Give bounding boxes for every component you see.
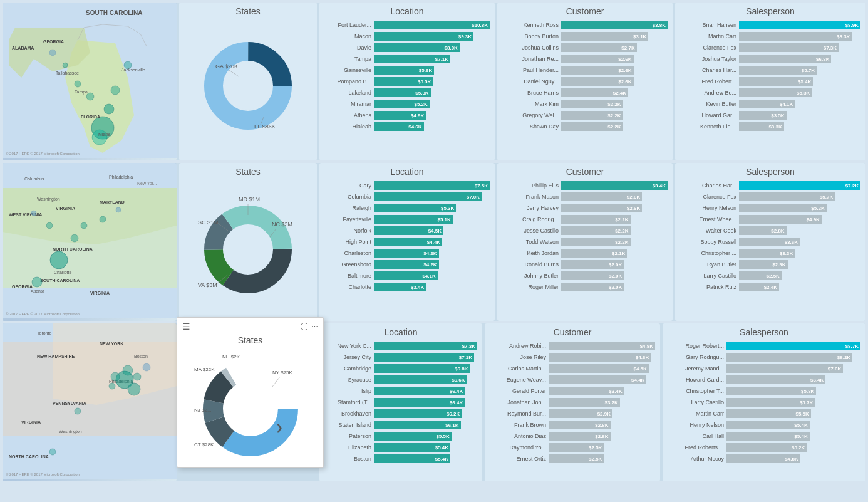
customer-panel-2: Customer Phillip Ellis$3.4KFrank Mason$2… [497,163,673,321]
bar-fill: $2.4K [739,283,779,291]
bar-track: $2.0K [561,271,668,280]
bar-label: Jeremy Mand... [668,365,724,372]
bar-track: $8.9K [739,21,860,29]
bar-track: $5.2K [739,204,860,212]
bar-track: $2.6K [561,66,668,75]
bar-fill: $5.4K [726,421,810,429]
bar-fill: $4.1K [739,100,795,108]
bar-track: $5.6K [374,66,490,75]
bar-fill: $5.2K [726,443,807,452]
svg-text:NH $2K: NH $2K [222,354,240,360]
bar-value: $7.6K [828,366,841,372]
bar-value: $4.2K [423,251,437,256]
bar-track: $7.1K [374,353,477,362]
bar-item: Raymond Yo...$2.5K [490,442,655,452]
bar-value: $6.4K [450,389,463,394]
bar-track: $5.2K [726,443,860,452]
bar-label: Fred Roberts ... [668,444,724,451]
bar-track: $5.4K [374,443,477,452]
bar-label: Athens [324,112,371,118]
bar-label: Christopher T... [668,388,724,394]
svg-text:NORTH CAROLINA: NORTH CAROLINA [9,454,49,459]
bar-track: $5.8K [726,387,860,395]
svg-text:© 2017 HERE © 2017 Microsoft C: © 2017 HERE © 2017 Microsoft Corporation [6,312,80,316]
salesperson-title-3: Salesperson [668,327,860,337]
customer-bar-list-2: Phillip Ellis$3.4KFrank Mason$2.6KJerry … [502,180,668,292]
row-1: SOUTH CAROLINA Jacksonville Tallahass [3,3,865,160]
salesperson-bar-list-3: Roger Robert...$8.7KGary Rodrigu...$8.2K… [668,341,860,464]
svg-text:Toronto: Toronto [37,331,51,335]
bar-track: $4.9K [739,215,860,224]
svg-text:SC $1M: SC $1M [198,219,219,226]
bar-fill: $2.1K [561,249,627,258]
bar-item: Gregory Wel...$2.2K [502,110,668,120]
hamburger-icon[interactable]: ☰ [182,322,190,332]
map-svg-3: Toronto NEW YORK Boston Philadelphia PEN… [3,323,177,479]
svg-text:© 2017 HERE © 2017 Microsoft C: © 2017 HERE © 2017 Microsoft Corporation [6,473,80,476]
bar-track: $2.6K [561,204,668,212]
svg-text:Columbus: Columbus [24,177,44,181]
bar-fill: $2.0K [561,283,624,291]
bar-fill: $8.2K [726,353,852,362]
bar-label: Fayetteville [324,216,371,222]
bar-label: Syracuse [324,377,371,383]
bar-track: $5.5K [726,409,860,418]
location-panel-2: Location Cary$7.5KColumbia$7.0KRaleigh$5… [319,163,495,321]
bar-label: Elizabeth [324,444,371,451]
bar-track: $2.6K [561,192,668,201]
bar-value: $7.1K [459,355,472,360]
more-icon[interactable]: ⋯ [311,323,318,331]
bar-fill: $7.5K [374,181,490,190]
bar-fill: $2.6K [561,66,634,75]
bar-track: $5.1K [374,215,490,224]
bar-item: Patrick Ruiz$2.4K [680,282,860,292]
bar-value: $4.9K [807,217,820,222]
bar-item: Joshua Taylor$6.8K [680,54,860,64]
bar-value: $4.4K [427,239,440,245]
bar-value: $3.8K [653,23,666,28]
bar-fill: $2.2K [561,215,631,224]
salesperson-bar-list-2: Charles Har...$7.2KClarence Fox$5.7KHenr… [680,180,860,292]
bar-label: Norfolk [324,227,371,234]
bar-track: $7.0K [374,192,490,201]
bar-label: Cambridge [324,365,371,372]
bar-track: $4.4K [374,238,490,246]
bar-value: $6.1K [445,422,458,428]
bar-item: Ryan Butler$2.9K [680,259,860,269]
bar-track: $4.6K [549,353,655,362]
bar-track: $4.4K [549,375,655,384]
map-3: Toronto NEW YORK Boston Philadelphia PEN… [3,323,177,481]
bar-value: $3.4K [653,183,666,189]
bar-label: Columbia [324,194,371,200]
expand-icon[interactable]: ⛶ [301,323,307,331]
map-1: SOUTH CAROLINA Jacksonville Tallahass [3,3,177,160]
bar-value: $2.8K [595,422,608,428]
svg-text:GA $20K: GA $20K [215,63,238,70]
bar-track: $4.1K [374,271,490,280]
bar-value: $4.1K [422,273,435,279]
bar-label: Phillip Ellis [502,182,559,189]
bar-track: $6.6K [374,375,477,384]
bar-fill: $2.2K [561,122,623,131]
bar-label: Carlos Martin... [490,365,546,372]
svg-point-58 [224,226,272,273]
bar-item: Mark Kim$2.2K [502,99,668,109]
bar-value: $4.9K [411,113,424,118]
bar-item: Christopher T...$5.8K [668,386,860,396]
bar-fill: $6.2K [374,409,462,418]
bar-value: $2.2K [615,228,628,234]
svg-text:VA $3M: VA $3M [198,282,217,288]
bar-label: Joshua Taylor [680,56,736,62]
bar-item: Eugene Weav...$4.4K [490,375,655,385]
bar-item: Henry Nelson$5.4K [668,420,860,430]
bar-value: $3.3K [780,251,793,256]
customer-panel-3: Customer Andrew Robi...$4.8KJose Riley$4… [485,323,660,481]
bar-label: Gainesville [324,67,371,73]
bar-track: $2.4K [739,283,860,291]
bar-value: $6.8K [816,56,829,62]
bar-item: Greensboro$4.2K [324,259,490,269]
bar-fill: $6.1K [374,421,461,429]
svg-text:Jacksonville: Jacksonville [121,68,145,72]
states-popup[interactable]: ☰ ⛶ ⋯ States NH $2K MA $2 [177,317,324,468]
bar-fill: $5.2K [739,204,827,212]
